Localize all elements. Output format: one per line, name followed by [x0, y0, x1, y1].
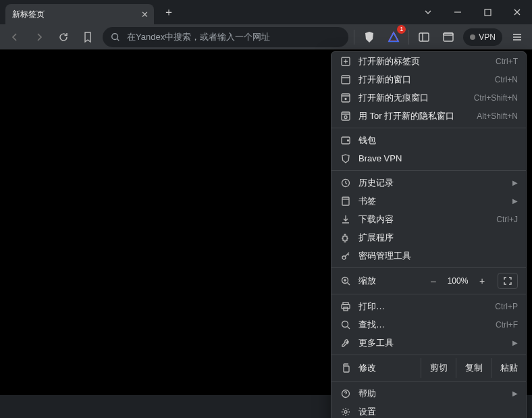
menu-history[interactable]: 历史记录 ▶: [331, 174, 526, 192]
back-button[interactable]: [5, 28, 24, 47]
window-dropdown-icon[interactable]: [413, 0, 443, 24]
maximize-button[interactable]: [473, 0, 502, 24]
menu-print[interactable]: 打印… Ctrl+P: [331, 297, 526, 315]
edit-label: 修改: [358, 362, 376, 374]
separator: [408, 30, 409, 45]
svg-rect-36: [342, 305, 350, 309]
zoom-label: 缩放: [358, 275, 376, 287]
submenu-arrow-icon: ▶: [512, 390, 518, 397]
svg-rect-39: [344, 366, 349, 372]
new-tab-button[interactable]: ＋: [159, 3, 178, 22]
svg-rect-20: [342, 76, 350, 84]
menu-divider: [331, 355, 526, 355]
sidebar-toggle-icon[interactable]: [415, 28, 433, 47]
svg-rect-1: [485, 9, 491, 16]
svg-rect-7: [444, 33, 453, 41]
address-placeholder: 在Yandex中搜索，或者输入一个网址: [127, 31, 270, 43]
svg-point-33: [342, 256, 346, 259]
gear-icon: [340, 407, 352, 417]
incognito-icon: [340, 93, 352, 103]
new-window-icon: [340, 75, 352, 84]
address-bar[interactable]: 在Yandex中搜索，或者输入一个网址: [103, 27, 348, 47]
menu-divider: [331, 381, 526, 382]
tor-icon: [340, 111, 352, 121]
minimize-button[interactable]: [443, 0, 473, 24]
menu-bookmarks[interactable]: 书签 ▶: [331, 192, 526, 210]
menu-divider: [331, 294, 526, 294]
vpn-status-dot: [470, 34, 475, 40]
history-icon: [340, 178, 352, 188]
shield-icon: [340, 154, 352, 163]
paste-button[interactable]: 粘贴: [491, 358, 526, 378]
copy-button[interactable]: 复制: [456, 358, 491, 378]
zoom-icon: [340, 276, 352, 286]
svg-point-38: [342, 321, 348, 327]
menu-edit: 修改 剪切 复制 粘贴: [331, 358, 526, 378]
bookmark-button[interactable]: [78, 28, 97, 47]
download-icon: [340, 215, 352, 224]
tools-icon: [340, 338, 352, 348]
menu-new-window[interactable]: 打开新的窗口 Ctrl+N: [331, 70, 526, 88]
brave-shields-icon[interactable]: [360, 28, 379, 47]
bookmarks-icon: [340, 197, 352, 206]
brave-rewards-icon[interactable]: 1: [384, 28, 403, 47]
titlebar: 新标签页 ✕ ＋: [0, 0, 532, 24]
menu-new-tab[interactable]: 打开新的标签页 Ctrl+T: [331, 52, 526, 70]
extensions-icon: [340, 233, 352, 242]
menu-wallet[interactable]: 钱包: [331, 131, 526, 149]
menu-passwords[interactable]: 密码管理工具: [331, 246, 526, 265]
reload-button[interactable]: [54, 28, 73, 47]
vpn-button[interactable]: VPN: [463, 28, 502, 46]
wallet-icon: [340, 136, 352, 145]
menu-more-tools[interactable]: 更多工具 ▶: [331, 334, 526, 352]
menu-settings[interactable]: 设置: [331, 402, 526, 418]
menu-find[interactable]: 查找… Ctrl+F: [331, 315, 526, 334]
search-icon: [111, 32, 120, 42]
find-icon: [340, 320, 352, 330]
forward-button[interactable]: [30, 28, 49, 47]
print-icon: [340, 302, 352, 311]
submenu-arrow-icon: ▶: [512, 197, 518, 205]
menu-extensions[interactable]: 扩展程序: [331, 228, 526, 246]
zoom-out-button[interactable]: –: [425, 273, 442, 289]
copy-icon: [340, 363, 352, 373]
svg-point-24: [345, 98, 346, 99]
submenu-arrow-icon: ▶: [512, 179, 518, 186]
svg-marker-4: [389, 32, 398, 41]
browser-tab[interactable]: 新标签页 ✕: [5, 4, 154, 24]
svg-rect-8: [444, 33, 453, 35]
help-icon: [340, 389, 352, 398]
tab-title: 新标签页: [12, 9, 45, 20]
menu-downloads[interactable]: 下载内容 Ctrl+J: [331, 210, 526, 228]
wallet-icon[interactable]: [439, 28, 458, 47]
menu-brave-vpn[interactable]: Brave VPN: [331, 149, 526, 167]
zoom-in-button[interactable]: +: [473, 273, 491, 289]
svg-rect-31: [342, 197, 349, 205]
new-tab-icon: [340, 57, 352, 66]
svg-point-2: [112, 33, 118, 39]
svg-rect-5: [419, 33, 429, 41]
fullscreen-button[interactable]: [498, 273, 518, 289]
svg-point-41: [344, 411, 347, 413]
menu-new-tor[interactable]: 用 Tor 打开新的隐私窗口 Alt+Shift+N: [331, 107, 526, 125]
menu-new-incognito[interactable]: 打开新的无痕窗口 Ctrl+Shift+N: [331, 88, 526, 107]
menu-zoom: 缩放 – 100% +: [331, 271, 526, 291]
menu-help[interactable]: 帮助 ▶: [331, 384, 526, 402]
tab-close-icon[interactable]: ✕: [141, 9, 149, 20]
app-menu-button[interactable]: [508, 28, 527, 47]
svg-point-29: [348, 140, 349, 141]
menu-divider: [331, 170, 526, 171]
submenu-arrow-icon: ▶: [512, 339, 518, 346]
zoom-value: 100%: [442, 276, 473, 286]
rewards-badge: 1: [397, 25, 406, 34]
separator: [354, 30, 354, 45]
vpn-label: VPN: [479, 32, 496, 42]
toolbar: 在Yandex中搜索，或者输入一个网址 1 VPN: [0, 24, 532, 50]
menu-divider: [331, 128, 526, 128]
cut-button[interactable]: 剪切: [421, 358, 456, 378]
key-icon: [340, 251, 352, 261]
window-close-button[interactable]: [502, 0, 532, 24]
menu-divider: [331, 267, 526, 268]
app-menu: 打开新的标签页 Ctrl+T 打开新的窗口 Ctrl+N 打开新的无痕窗口 Ct…: [331, 51, 527, 418]
svg-point-27: [344, 115, 347, 118]
